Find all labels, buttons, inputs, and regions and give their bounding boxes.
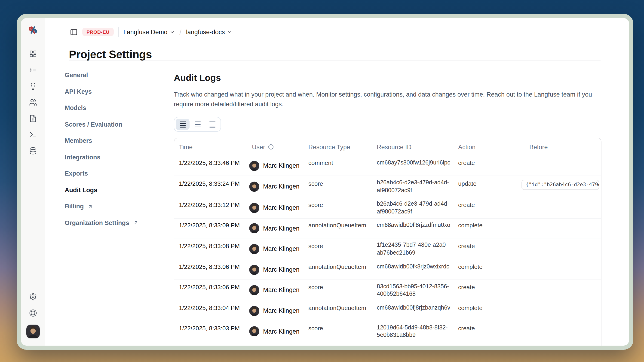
cell-resource-type: annotationQueueItem — [304, 301, 372, 321]
chevron-down-icon — [170, 29, 175, 34]
cell-resource-id: 12019d64-5d49-48b8-8f32-5e0b831a8bb9 — [372, 321, 454, 342]
datasets-database-icon[interactable] — [25, 143, 41, 159]
cell-action: complete — [454, 260, 522, 279]
table-row[interactable]: 1/22/2025, 8:33:46 PM Marc Klingen comme… — [174, 156, 601, 176]
table-row[interactable]: 1/22/2025, 8:33:09 PM Marc Klingen annot… — [174, 219, 601, 239]
user-photo-avatar — [249, 244, 259, 254]
cell-resource-type: score — [304, 239, 372, 259]
project-switcher[interactable]: langfuse-docs — [186, 28, 232, 35]
tracing-tree-icon[interactable] — [25, 62, 41, 78]
settings-gear-icon[interactable] — [25, 289, 41, 305]
column-header-user[interactable]: User — [247, 143, 304, 150]
row-height-option-large[interactable] — [205, 119, 219, 130]
evaluation-file-code-icon[interactable] — [25, 110, 41, 127]
row-height-toggle-group — [174, 117, 221, 132]
cell-time: 1/22/2025, 8:33:03 PM — [174, 322, 247, 341]
cell-time: 1/22/2025, 8:33:24 PM — [174, 177, 247, 196]
cell-user: Marc Klingen — [247, 260, 304, 279]
playground-terminal-icon[interactable] — [25, 127, 41, 143]
column-header-action[interactable]: Action — [454, 143, 522, 150]
row-height-icon — [209, 121, 215, 127]
settings-nav-item[interactable]: General — [63, 67, 169, 83]
user-name: Marc Klingen — [263, 245, 300, 253]
support-lifebuoy-icon[interactable] — [25, 305, 41, 321]
langfuse-logo-icon[interactable] — [27, 24, 38, 35]
cell-action: create — [454, 281, 522, 300]
cell-resource-type: comment — [304, 156, 372, 176]
settings-nav-item[interactable]: Billing — [63, 198, 169, 215]
row-height-option-medium[interactable] — [190, 119, 204, 130]
user-photo-avatar — [249, 285, 259, 296]
row-height-option-small[interactable] — [176, 119, 190, 130]
cell-time: 1/22/2025, 8:33:46 PM — [174, 156, 247, 176]
external-link-icon — [88, 204, 93, 209]
table-row[interactable]: 1/22/2025, 8:33:24 PM Marc Klingen score… — [174, 176, 601, 197]
user-photo-avatar — [249, 203, 259, 213]
cell-resource-id: b26ab4c6-d2e3-479d-ad4d-af980072ac9f — [372, 176, 454, 197]
user-name: Marc Klingen — [263, 224, 300, 233]
cell-resource-type: annotationQueueItem — [304, 260, 372, 279]
table-row[interactable]: 1/22/2025, 8:33:04 PM Marc Klingen annot… — [174, 301, 601, 321]
before-json-chip[interactable]: {"id":"b26ab4c6-d2e3-479d-a — [522, 179, 599, 190]
column-header-resource-type[interactable]: Resource Type — [304, 143, 372, 150]
column-header-before[interactable]: Before — [522, 143, 601, 150]
users-icon[interactable] — [25, 94, 41, 110]
settings-nav-item[interactable]: Audit Logs — [63, 182, 169, 198]
user-photo-avatar — [249, 161, 259, 171]
cell-time: 1/22/2025, 8:33:12 PM — [174, 198, 247, 218]
cell-user: Marc Klingen — [247, 301, 304, 321]
table-header-row: Time User Resource Type Resource ID Acti… — [174, 138, 601, 156]
cell-resource-type: annotationQueueItem — [304, 219, 372, 238]
settings-nav-label: Integrations — [65, 154, 100, 161]
settings-nav-item[interactable]: Scores / Evaluation — [63, 116, 169, 133]
cell-action: create — [454, 156, 522, 176]
chevron-down-icon — [227, 29, 232, 34]
settings-nav-item[interactable]: Exports — [63, 165, 169, 182]
column-header-resource-id[interactable]: Resource ID — [372, 143, 454, 150]
column-header-time[interactable]: Time — [174, 143, 247, 150]
cell-action: complete — [454, 219, 522, 238]
cell-time: 1/22/2025, 8:32:26 PM — [174, 343, 247, 346]
cell-time: 1/22/2025, 8:33:06 PM — [174, 260, 247, 279]
prompts-lightbulb-icon[interactable] — [25, 78, 41, 94]
audit-logs-section: Audit Logs Track who changed what in you… — [174, 72, 600, 346]
cell-before: {"id":"b26ab4c6-d2e3-479d-a — [522, 177, 601, 196]
table-row[interactable]: 1/22/2025, 8:32:26 PM Marc Klingen annot… — [174, 342, 601, 346]
cell-user: Marc Klingen — [247, 343, 304, 346]
row-height-icon — [194, 121, 200, 127]
table-row[interactable]: 1/22/2025, 8:33:08 PM Marc Klingen score… — [174, 239, 601, 260]
cell-user: Marc Klingen — [247, 219, 304, 238]
settings-nav-item[interactable]: Organization Settings — [63, 215, 169, 231]
dashboard-icon[interactable] — [25, 46, 41, 62]
settings-nav-label: API Keys — [65, 88, 92, 95]
cell-before — [522, 156, 601, 176]
org-switcher[interactable]: Langfuse Demo — [124, 28, 175, 35]
cell-time: 1/22/2025, 8:33:04 PM — [174, 301, 247, 321]
user-photo-avatar — [249, 181, 259, 192]
cell-resource-type: score — [304, 177, 372, 196]
settings-nav-item[interactable]: Members — [63, 133, 169, 149]
cell-resource-id: cm68awidc00gv8rjzfbnve5az — [372, 342, 454, 346]
settings-nav-label: Billing — [65, 203, 84, 210]
cell-before — [522, 343, 601, 346]
table-row[interactable]: 1/22/2025, 8:33:06 PM Marc Klingen score… — [174, 280, 601, 301]
cell-action: update — [454, 177, 522, 196]
table-row[interactable]: 1/22/2025, 8:33:12 PM Marc Klingen score… — [174, 197, 601, 219]
settings-nav-item[interactable]: Integrations — [63, 149, 169, 165]
audit-log-table: Time User Resource Type Resource ID Acti… — [174, 138, 602, 346]
rail-nav — [25, 46, 41, 159]
sidebar-toggle-icon[interactable] — [69, 28, 78, 36]
user-photo-avatar — [249, 223, 259, 234]
header-divider — [69, 60, 600, 61]
section-title: Audit Logs — [174, 72, 600, 83]
settings-nav-item[interactable]: Models — [63, 100, 169, 116]
settings-nav-label: Exports — [65, 170, 88, 177]
breadcrumb-slash: / — [180, 28, 181, 36]
user-avatar[interactable] — [26, 325, 40, 338]
table-row[interactable]: 1/22/2025, 8:33:03 PM Marc Klingen score… — [174, 321, 601, 342]
user-name: Marc Klingen — [263, 204, 300, 212]
table-row[interactable]: 1/22/2025, 8:33:06 PM Marc Klingen annot… — [174, 260, 601, 280]
settings-nav-item[interactable]: API Keys — [63, 83, 169, 100]
settings-nav-label: General — [65, 72, 88, 79]
cell-resource-id: cm68ay7s800fw126j9uri6lpc — [372, 156, 454, 176]
